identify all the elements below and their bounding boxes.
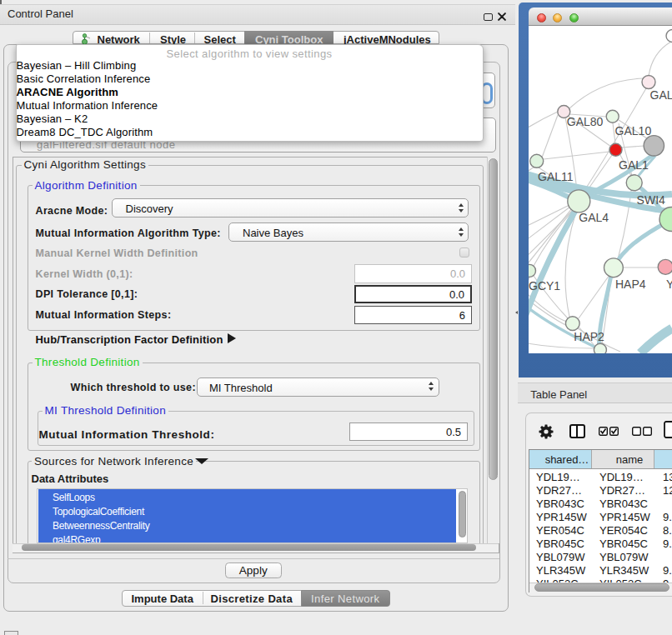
svg-text:SWI4: SWI4 xyxy=(637,193,665,207)
svg-text:GAL1: GAL1 xyxy=(619,158,649,172)
svg-text:GAL80: GAL80 xyxy=(567,115,604,128)
svg-text:GAL11: GAL11 xyxy=(538,170,574,183)
svg-text:GAL2: GAL2 xyxy=(650,88,672,102)
svg-text:GCY1: GCY1 xyxy=(529,279,560,292)
svg-text:GAL10: GAL10 xyxy=(615,124,652,138)
svg-text:Y: Y xyxy=(666,278,672,291)
svg-text:HAP2: HAP2 xyxy=(574,330,604,343)
svg-text:HAP4: HAP4 xyxy=(615,278,646,291)
svg-text:GAL4: GAL4 xyxy=(579,211,609,224)
